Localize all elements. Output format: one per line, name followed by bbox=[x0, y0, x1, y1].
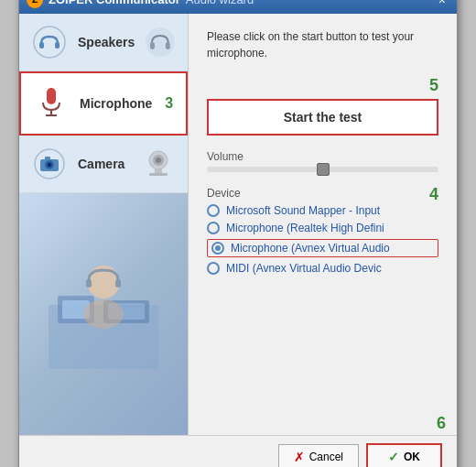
speakers-icon bbox=[30, 23, 69, 61]
device-realtek-label: Microphone (Realtek High Defini bbox=[226, 222, 384, 234]
svg-point-35 bbox=[83, 299, 124, 329]
device-option-mapper[interactable]: Microsoft Sound Mapper - Input bbox=[207, 204, 438, 217]
camera-icon bbox=[30, 145, 69, 183]
volume-label: Volume bbox=[207, 150, 438, 163]
step-6-label: 6 bbox=[437, 414, 446, 433]
right-panel: Please click on the start button to test… bbox=[189, 14, 457, 435]
microphone-label: Microphone bbox=[80, 96, 152, 111]
svg-rect-2 bbox=[55, 42, 60, 49]
step-4-label: 4 bbox=[429, 185, 438, 204]
title-bar-left: Z ZOIPER Communicator Audio wizard bbox=[27, 0, 254, 8]
device-section: Device 4 Microsoft Sound Mapper - Input … bbox=[207, 187, 438, 279]
device-midi-label: MIDI (Avnex Virtual Audio Devic bbox=[226, 262, 382, 275]
webcam-decorative-icon bbox=[140, 147, 177, 180]
svg-point-3 bbox=[146, 27, 175, 57]
window-body: Speakers bbox=[19, 14, 457, 435]
radio-mapper[interactable] bbox=[207, 204, 220, 217]
bottom-buttons: 6 ✗ Cancel ✓ OK bbox=[19, 435, 457, 468]
app-name: ZOIPER Communicator bbox=[49, 0, 180, 6]
svg-point-20 bbox=[49, 163, 51, 166]
svg-rect-26 bbox=[149, 173, 168, 176]
svg-rect-1 bbox=[39, 42, 44, 49]
thumbnail-area bbox=[19, 193, 188, 435]
device-mapper-label: Microsoft Sound Mapper - Input bbox=[226, 204, 380, 217]
audio-wizard-window: Z ZOIPER Communicator Audio wizard × bbox=[18, 0, 458, 467]
nav-item-speakers[interactable]: Speakers bbox=[19, 14, 188, 71]
radio-midi[interactable] bbox=[207, 262, 220, 275]
cancel-label: Cancel bbox=[309, 451, 343, 463]
volume-section: Volume bbox=[207, 150, 438, 172]
svg-rect-6 bbox=[47, 88, 56, 104]
device-option-realtek[interactable]: Microphone (Realtek High Defini bbox=[207, 222, 438, 234]
cancel-button[interactable]: ✗ Cancel bbox=[278, 444, 359, 468]
left-panel: Speakers bbox=[19, 14, 189, 435]
volume-slider-track bbox=[207, 167, 438, 172]
svg-rect-21 bbox=[45, 157, 50, 160]
app-icon: Z bbox=[27, 0, 43, 8]
person-thumbnail-svg bbox=[39, 250, 168, 378]
close-button[interactable]: × bbox=[435, 0, 449, 7]
ok-label: OK bbox=[404, 451, 420, 463]
device-label: Device bbox=[207, 187, 241, 200]
nav-item-camera[interactable]: Camera bbox=[19, 136, 188, 193]
svg-rect-25 bbox=[155, 169, 162, 173]
device-option-avnex[interactable]: Microphone (Avnex Virtual Audio bbox=[207, 239, 438, 257]
microphone-step-number: 3 bbox=[165, 95, 173, 112]
speakers-label: Speakers bbox=[78, 35, 135, 49]
window-subtitle: Audio wizard bbox=[186, 0, 254, 6]
cancel-x-icon: ✗ bbox=[294, 450, 305, 464]
instruction-text: Please click on the start button to test… bbox=[207, 28, 438, 61]
ok-button[interactable]: ✓ OK bbox=[366, 443, 442, 468]
svg-rect-33 bbox=[86, 279, 92, 288]
svg-rect-5 bbox=[166, 42, 170, 49]
microphone-icon bbox=[32, 84, 70, 123]
svg-point-0 bbox=[34, 27, 65, 58]
device-option-midi[interactable]: MIDI (Avnex Virtual Audio Devic bbox=[207, 262, 438, 275]
device-avnex-label: Microphone (Avnex Virtual Audio bbox=[231, 242, 390, 255]
nav-item-microphone[interactable]: Microphone 3 bbox=[19, 71, 188, 136]
step-5-label: 5 bbox=[207, 76, 438, 95]
svg-rect-4 bbox=[150, 42, 155, 49]
camera-label: Camera bbox=[78, 157, 131, 171]
volume-slider-thumb[interactable] bbox=[317, 163, 330, 176]
thumbnail-image bbox=[19, 193, 188, 435]
svg-rect-34 bbox=[115, 279, 121, 288]
headphone-decorative-icon bbox=[144, 26, 177, 59]
radio-realtek[interactable] bbox=[207, 222, 220, 234]
title-bar: Z ZOIPER Communicator Audio wizard × bbox=[19, 0, 457, 14]
radio-avnex[interactable] bbox=[211, 242, 224, 255]
svg-point-24 bbox=[156, 157, 161, 163]
start-test-button[interactable]: Start the test bbox=[207, 99, 438, 136]
ok-check-icon: ✓ bbox=[388, 450, 399, 464]
